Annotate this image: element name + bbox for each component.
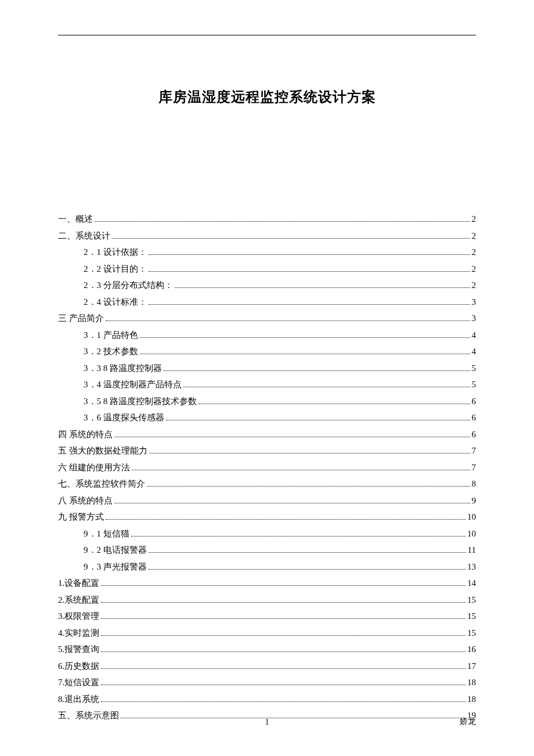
toc-entry: 二、系统设计2 [58,228,476,244]
toc-entry-label: 3．4 温度控制器产品特点 [84,376,182,393]
toc-entry: 1.设备配置14 [58,575,476,592]
toc-entry-page: 18 [467,691,476,708]
toc-entry-label: 四 系统的特点 [58,426,113,443]
toc-entry-page: 4 [472,327,477,344]
toc-entry-page: 14 [467,575,476,592]
toc-entry-page: 10 [467,525,476,542]
toc-entry: 9．1 短信猫10 [58,525,476,542]
toc-leader-dots [101,651,466,652]
toc-entry-label: 6.历史数据 [58,658,99,675]
toc-leader-dots [199,404,470,404]
toc-entry-label: 9．3 声光报警器 [84,559,147,575]
toc-entry-label: 2．3 分层分布式结构： [84,277,173,294]
toc-entry-label: 2．4 设计标准： [84,294,147,311]
toc-entry-page: 3 [472,294,477,311]
toc-leader-dots [149,552,466,553]
toc-entry-page: 6 [472,409,477,426]
toc-entry-label: 3．3 8 路温度控制器 [84,360,162,377]
toc-leader-dots [164,370,470,371]
toc-entry: 3．2 技术参数4 [58,343,476,360]
toc-entry: 9．3 声光报警器13 [58,559,476,575]
toc-entry: 3.权限管理15 [58,608,476,625]
toc-leader-dots [149,304,470,305]
toc-entry: 2.系统配置15 [58,592,476,609]
toc-leader-dots [101,585,466,586]
toc-entry-label: 4.实时监测 [58,625,99,642]
toc-entry-label: 3．6 温度探头传感器 [84,409,164,426]
toc-leader-dots [114,437,470,437]
toc-leader-dots [101,635,466,636]
toc-entry-page: 2 [472,277,477,294]
toc-entry: 3．3 8 路温度控制器5 [58,360,476,377]
toc-entry-page: 7 [472,442,477,459]
toc-leader-dots [175,287,470,288]
toc-entry: 4.实时监测15 [58,625,476,642]
toc-leader-dots [149,453,470,453]
toc-entry-label: 2．2 设计目的： [84,261,147,278]
toc-entry-label: 2．1 设计依据： [84,244,147,261]
toc-leader-dots [101,685,466,685]
toc-leader-dots [106,519,466,520]
toc-entry-page: 2 [472,228,477,244]
toc-entry: 5.报警查询16 [58,641,476,658]
toc-entry: 3．6 温度探头传感器6 [58,409,476,426]
toc-entry-page: 7 [472,459,477,476]
toc-entry-label: 五 强大的数据处理能力 [58,442,147,459]
toc-leader-dots [132,470,470,470]
toc-entry: 3．5 8 路温度控制器技术参数6 [58,393,476,410]
toc-entry: 7.短信设置18 [58,674,476,691]
toc-entry-label: 3．1 产品特色 [84,327,138,344]
toc-entry: 一、概述2 [58,211,476,228]
toc-leader-dots [147,486,470,487]
toc-entry-page: 2 [472,244,477,261]
toc-leader-dots [101,602,466,603]
table-of-contents: 一、概述2二、系统设计22．1 设计依据：22．2 设计目的：22．3 分层分布… [58,211,476,724]
toc-entry: 九 报警方式10 [58,509,476,525]
toc-entry: 七、系统监控软件简介8 [58,476,476,492]
toc-leader-dots [131,536,466,537]
toc-entry-label: 六 组建的使用方法 [58,459,130,476]
toc-entry-label: 3．2 技术参数 [84,343,138,360]
toc-entry: 2．3 分层分布式结构：2 [58,277,476,294]
toc-entry-label: 5.报警查询 [58,641,99,658]
toc-leader-dots [114,503,470,503]
toc-entry: 八 系统的特点9 [58,492,476,509]
toc-entry-page: 13 [467,559,476,575]
page-footer: 1 娇龙 [58,718,476,727]
toc-leader-dots [101,668,466,669]
toc-entry-page: 4 [472,343,477,360]
toc-leader-dots [101,701,466,702]
footer-author: 娇龙 [460,717,476,727]
toc-entry-label: 三 产品简介 [58,310,104,327]
toc-entry-page: 10 [467,509,476,525]
toc-entry-label: 3.权限管理 [58,608,99,625]
toc-entry-page: 2 [472,211,477,228]
toc-leader-dots [149,271,470,272]
toc-entry-page: 17 [467,658,476,675]
toc-leader-dots [166,420,470,420]
header-rule [58,35,476,35]
toc-entry: 五 强大的数据处理能力7 [58,442,476,459]
toc-entry-label: 九 报警方式 [58,509,104,525]
page-number: 1 [58,718,476,727]
toc-entry-label: 1.设备配置 [58,575,99,592]
toc-entry-page: 8 [472,476,477,492]
toc-entry-page: 15 [467,608,476,625]
toc-leader-dots [149,569,466,570]
toc-entry-label: 二、系统设计 [58,228,110,244]
toc-leader-dots [149,254,470,255]
toc-leader-dots [140,337,470,338]
toc-entry-page: 16 [467,641,476,658]
toc-leader-dots [106,321,470,321]
toc-entry-label: 7.短信设置 [58,674,99,691]
toc-entry-page: 3 [472,310,477,327]
toc-entry-page: 18 [467,674,476,691]
toc-entry-page: 15 [467,625,476,642]
toc-entry: 2．4 设计标准：3 [58,294,476,311]
toc-entry: 3．1 产品特色4 [58,327,476,344]
document-page: 库房温湿度远程监控系统设计方案 一、概述2二、系统设计22．1 设计依据：22．… [0,0,534,756]
toc-entry-label: 9．2 电话报警器 [84,542,147,559]
toc-entry: 2．2 设计目的：2 [58,261,476,278]
toc-entry: 3．4 温度控制器产品特点5 [58,376,476,393]
toc-entry-label: 2.系统配置 [58,592,99,609]
